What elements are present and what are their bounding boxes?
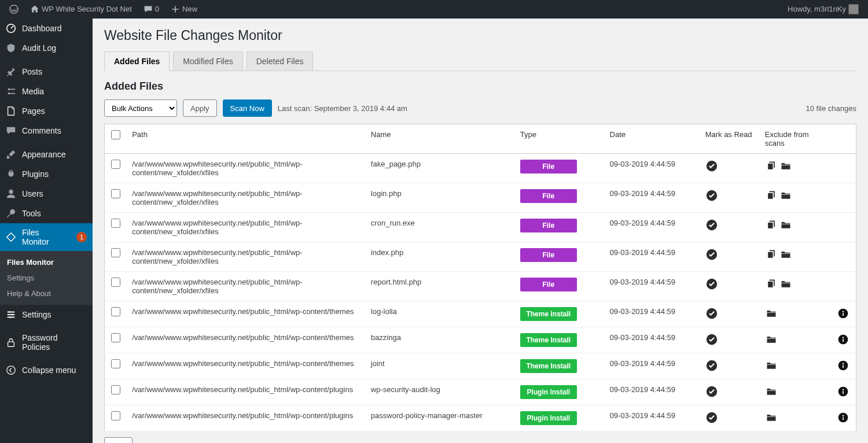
menu-users[interactable]: Users	[0, 184, 93, 204]
apply-button[interactable]: Apply	[183, 99, 217, 117]
submenu-settings[interactable]: Settings	[0, 270, 93, 286]
exclude-file-icon[interactable]	[765, 278, 778, 290]
mark-read-icon[interactable]	[705, 359, 718, 372]
info-icon[interactable]	[837, 333, 849, 346]
menu-dashboard-label: Dashboard	[22, 24, 62, 33]
info-icon[interactable]	[837, 307, 849, 320]
wp-logo[interactable]	[5, 0, 23, 19]
menu-pages[interactable]: Pages	[0, 101, 93, 121]
type-tag: Plugin Install	[520, 411, 577, 425]
menu-tools[interactable]: Tools	[0, 204, 93, 223]
exclude-folder-icon[interactable]	[765, 411, 778, 424]
new-link[interactable]: New	[166, 0, 202, 19]
row-checkbox[interactable]	[111, 359, 120, 368]
menu-dashboard[interactable]: Dashboard	[0, 19, 93, 38]
menu-appearance-label: Appearance	[22, 150, 66, 159]
exclude-folder-icon[interactable]	[765, 333, 778, 346]
site-home-link[interactable]: WP White Security Dot Net	[25, 0, 137, 19]
menu-plugins[interactable]: Plugins	[0, 164, 93, 184]
menu-filesmonitor-label: Files Monitor	[22, 228, 68, 246]
row-checkbox[interactable]	[111, 307, 120, 316]
row-checkbox[interactable]	[111, 248, 120, 257]
row-date: 09-03-2019 4:44:59	[604, 301, 700, 327]
menu-filesmonitor[interactable]: Files Monitor1	[0, 223, 93, 251]
tab-added[interactable]: Added Files	[104, 51, 170, 71]
mark-read-icon[interactable]	[705, 385, 718, 398]
row-path: /var/www/www.wpwhitesecurity.net/public_…	[126, 272, 365, 301]
menu-media[interactable]: Media	[0, 82, 93, 101]
exclude-folder-icon[interactable]	[765, 307, 778, 320]
row-checkbox[interactable]	[111, 189, 120, 198]
per-page-select[interactable]: 10	[104, 437, 133, 443]
row-checkbox[interactable]	[111, 411, 120, 420]
table-row: /var/www/www.wpwhitesecurity.net/public_…	[105, 272, 856, 301]
menu-auditlog[interactable]: Audit Log	[0, 38, 93, 58]
row-date: 09-03-2019 4:44:59	[604, 353, 700, 379]
toolbar: Bulk Actions Apply Scan Now Last scan: S…	[104, 99, 856, 117]
menu-settings[interactable]: Settings	[0, 305, 93, 324]
menu-comments[interactable]: Comments	[0, 121, 93, 141]
filesmonitor-badge: 1	[76, 232, 87, 242]
exclude-folder-icon[interactable]	[765, 385, 778, 398]
submenu-help[interactable]: Help & About	[0, 286, 93, 301]
menu-pages-label: Pages	[22, 106, 45, 116]
row-checkbox[interactable]	[111, 385, 120, 394]
table-row: /var/www/www.wpwhitesecurity.net/public_…	[105, 327, 856, 353]
row-checkbox[interactable]	[111, 278, 120, 287]
table-row: /var/www/www.wpwhitesecurity.net/public_…	[105, 301, 856, 327]
type-tag: Theme Install	[520, 359, 577, 373]
exclude-folder-icon[interactable]	[779, 278, 792, 290]
row-path: /var/www/www.wpwhitesecurity.net/public_…	[126, 353, 365, 379]
submenu-filesmonitor[interactable]: Files Monitor	[0, 254, 93, 270]
admin-menu: Dashboard Audit Log Posts Media Pages Co…	[0, 19, 93, 443]
exclude-file-icon[interactable]	[765, 248, 778, 261]
exclude-file-icon[interactable]	[765, 189, 778, 202]
tab-modified[interactable]: Modified Files	[173, 51, 242, 71]
wordpress-icon	[9, 5, 19, 14]
page-icon	[6, 106, 16, 116]
row-name: login.php	[365, 183, 514, 213]
info-icon[interactable]	[837, 359, 849, 372]
exclude-folder-icon[interactable]	[765, 359, 778, 372]
select-all-checkbox[interactable]	[111, 130, 120, 139]
account-link[interactable]: Howdy, m3rl1nKy	[783, 0, 863, 19]
dashboard-icon	[6, 23, 16, 34]
scan-now-button[interactable]: Scan Now	[223, 99, 272, 117]
exclude-file-icon[interactable]	[765, 219, 778, 231]
per-page-wrap: 10	[104, 437, 856, 443]
exclude-folder-icon[interactable]	[779, 160, 792, 172]
mark-read-icon[interactable]	[705, 160, 718, 172]
row-date: 09-03-2019 4:44:59	[604, 327, 700, 353]
row-path: /var/www/www.wpwhitesecurity.net/public_…	[126, 183, 365, 213]
menu-posts[interactable]: Posts	[0, 62, 93, 82]
menu-password-policies[interactable]: Password Policies	[0, 328, 93, 356]
exclude-folder-icon[interactable]	[779, 248, 792, 261]
mark-read-icon[interactable]	[705, 219, 718, 231]
tab-deleted[interactable]: Deleted Files	[247, 51, 314, 71]
exclude-file-icon[interactable]	[765, 160, 778, 172]
row-date: 09-03-2019 4:44:59	[604, 183, 700, 213]
mark-read-icon[interactable]	[705, 333, 718, 346]
mark-read-icon[interactable]	[705, 189, 718, 202]
row-path: /var/www/www.wpwhitesecurity.net/public_…	[126, 213, 365, 242]
mark-read-icon[interactable]	[705, 278, 718, 290]
table-row: /var/www/www.wpwhitesecurity.net/public_…	[105, 405, 856, 431]
row-checkbox[interactable]	[111, 160, 120, 169]
info-icon[interactable]	[837, 411, 849, 424]
mark-read-icon[interactable]	[705, 248, 718, 261]
info-icon[interactable]	[837, 385, 849, 398]
comments-link[interactable]: 0	[139, 0, 164, 19]
row-checkbox[interactable]	[111, 219, 120, 228]
menu-comments-label: Comments	[22, 126, 61, 135]
mark-read-icon[interactable]	[705, 307, 718, 320]
row-name: bazzinga	[365, 327, 514, 353]
menu-collapse[interactable]: Collapse menu	[0, 360, 93, 380]
exclude-folder-icon[interactable]	[779, 219, 792, 231]
files-table: Path Name Type Date Mark as Read Exclude…	[104, 124, 856, 431]
row-checkbox[interactable]	[111, 333, 120, 342]
menu-appearance[interactable]: Appearance	[0, 145, 93, 164]
exclude-folder-icon[interactable]	[779, 189, 792, 202]
type-tag: Theme Install	[520, 307, 577, 321]
mark-read-icon[interactable]	[705, 411, 718, 424]
bulk-actions-select[interactable]: Bulk Actions	[104, 99, 177, 117]
